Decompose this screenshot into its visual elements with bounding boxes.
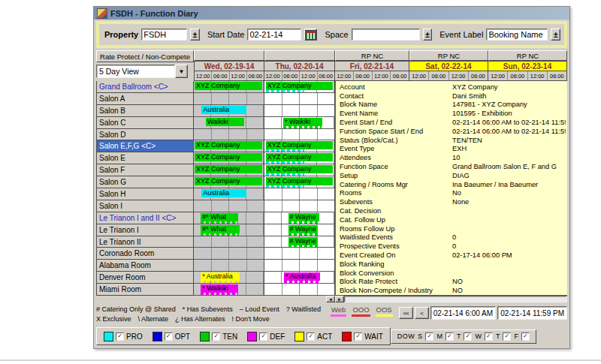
event-bar[interactable]: XYZ Company — [195, 153, 262, 161]
diary-cell[interactable]: * Australia — [194, 272, 264, 284]
event-label-input[interactable] — [486, 29, 548, 41]
back-button[interactable]: < — [415, 307, 429, 319]
room-name[interactable]: Salon B — [97, 105, 194, 117]
room-name[interactable]: Salon I — [97, 200, 194, 212]
range-start-field[interactable]: 02-21-14 6:00 AM — [430, 306, 497, 320]
event-bar[interactable]: * Australia — [284, 272, 320, 281]
date-header[interactable]: Wed, 02-19-14 — [194, 61, 264, 71]
event-bar[interactable]: XYZ Company — [195, 141, 262, 149]
date-header[interactable]: Thu, 02-20-14 — [264, 61, 335, 71]
status-checkbox[interactable]: ✓ — [165, 332, 173, 341]
room-name[interactable]: Salon F — [97, 164, 194, 176]
fast-back-button[interactable]: << — [399, 307, 413, 319]
diary-cell[interactable]: XYZ Company — [264, 164, 335, 176]
diary-cell[interactable] — [264, 105, 335, 117]
room-name[interactable]: Salon D — [97, 129, 194, 141]
event-bar[interactable]: XYZ Company — [266, 141, 333, 149]
dow-checkbox[interactable]: ✓ — [503, 332, 511, 341]
diary-cell[interactable]: # Wayne — [264, 212, 335, 224]
event-bar[interactable]: Australia — [201, 106, 246, 114]
space-input[interactable] — [352, 29, 420, 41]
event-bar[interactable]: Australia — [201, 189, 246, 197]
room-name[interactable]: Salon A — [97, 93, 194, 105]
diary-cell[interactable]: * Australia — [264, 272, 335, 284]
diary-cell[interactable] — [194, 236, 264, 248]
room-name[interactable]: Le Trianon II — [97, 236, 194, 248]
event-bar[interactable]: * Waikiki — [201, 284, 237, 293]
status-checkbox[interactable]: ✓ — [116, 332, 124, 341]
diary-cell[interactable] — [264, 260, 335, 272]
scroll-left-icon[interactable]: ◄ — [326, 296, 335, 302]
event-bar[interactable]: * Waikiki — [283, 118, 322, 126]
diary-cell[interactable]: # Wayne — [264, 224, 335, 236]
diary-cell[interactable]: # Wayne — [264, 236, 335, 248]
diary-cell[interactable] — [264, 93, 335, 105]
date-header[interactable]: Fri, 02-21-14 — [335, 61, 409, 71]
start-date-input[interactable] — [247, 29, 301, 41]
chevron-down-icon[interactable]: ▼ — [175, 65, 188, 78]
dow-checkbox[interactable]: ✓ — [521, 332, 530, 341]
event-bar[interactable]: #* What — [201, 225, 240, 233]
dow-checkbox[interactable]: ✓ — [445, 332, 454, 341]
dow-checkbox[interactable]: ✓ — [425, 332, 433, 341]
property-input[interactable] — [141, 29, 187, 41]
diary-cell[interactable]: XYZ Company — [264, 152, 335, 164]
event-bar[interactable]: # Wayne — [288, 225, 318, 233]
diary-cell[interactable]: XYZ Company — [264, 176, 335, 188]
event-bar[interactable]: Waikiki — [206, 118, 244, 126]
diary-cell[interactable]: XYZ Company — [194, 164, 264, 176]
range-end-field[interactable]: 02-21-14 11:59 PM — [497, 306, 567, 320]
diary-cell[interactable] — [264, 284, 335, 296]
event-bar[interactable]: XYZ Company — [266, 82, 333, 90]
space-lov-button[interactable]: ± — [423, 29, 433, 41]
room-name[interactable]: Salon E — [97, 152, 194, 164]
room-name[interactable]: Salon G — [97, 176, 194, 188]
status-checkbox[interactable]: ✓ — [354, 332, 362, 341]
diary-cell[interactable] — [194, 200, 264, 212]
event-bar[interactable]: XYZ Company — [195, 165, 262, 173]
event-bar[interactable]: * Australia — [201, 272, 240, 281]
diary-cell[interactable] — [264, 200, 335, 212]
diary-cell[interactable] — [264, 188, 335, 200]
event-bar[interactable]: XYZ Company — [266, 165, 333, 173]
diary-cell[interactable] — [194, 93, 264, 105]
date-header[interactable]: Sun, 02-23-14 — [488, 61, 567, 71]
diary-cell[interactable]: Australia — [194, 188, 264, 200]
dow-checkbox[interactable]: ✓ — [464, 332, 472, 341]
diary-cell[interactable] — [194, 129, 264, 141]
scrollbar-track[interactable] — [344, 296, 567, 302]
room-name[interactable]: Alabama Room — [97, 260, 194, 272]
view-selector[interactable]: 5 Day View ▼ — [96, 65, 188, 78]
room-name[interactable]: Le Trianon I — [97, 224, 194, 236]
date-header[interactable]: Sat, 02-22-14 — [409, 61, 488, 71]
diary-cell[interactable]: Australia — [194, 105, 264, 117]
event-label-lov-button[interactable]: ± — [551, 29, 560, 41]
diary-cell[interactable]: * Waikiki — [264, 117, 335, 129]
diary-cell[interactable] — [194, 260, 264, 272]
diary-cell[interactable]: XYZ Company — [194, 81, 264, 93]
calendar-button[interactable] — [304, 29, 317, 41]
room-name[interactable]: Denver Room — [97, 272, 194, 284]
event-bar[interactable]: XYZ Company — [195, 82, 262, 90]
status-checkbox[interactable]: ✓ — [307, 332, 315, 341]
dow-checkbox[interactable]: ✓ — [485, 332, 493, 341]
room-name[interactable]: Salon H — [97, 188, 194, 200]
diary-cell[interactable]: #* What — [194, 224, 264, 236]
diary-cell[interactable]: XYZ Company — [194, 140, 264, 152]
event-bar[interactable]: XYZ Company — [266, 153, 333, 161]
event-bar[interactable]: #* What — [201, 213, 237, 221]
diary-cell[interactable]: XYZ Company — [264, 81, 335, 93]
room-name[interactable]: Miami Room — [97, 284, 194, 296]
room-name[interactable]: Grand Ballroom <C> — [97, 81, 194, 93]
diary-cell[interactable]: XYZ Company — [264, 140, 335, 152]
event-bar[interactable]: # Wayne — [288, 213, 320, 221]
titlebar[interactable]: FSDH - Function Diary — [94, 7, 569, 20]
room-name[interactable]: Salon C — [97, 117, 194, 129]
event-bar[interactable]: XYZ Company — [266, 177, 333, 185]
diary-cell[interactable]: XYZ Company — [194, 176, 264, 188]
property-lov-button[interactable]: ± — [190, 29, 200, 41]
diary-cell[interactable]: Waikiki — [194, 117, 264, 129]
scroll-right-icon[interactable]: ► — [335, 296, 344, 302]
event-bar[interactable]: XYZ Company — [195, 177, 262, 185]
diary-cell[interactable]: XYZ Company — [194, 152, 264, 164]
